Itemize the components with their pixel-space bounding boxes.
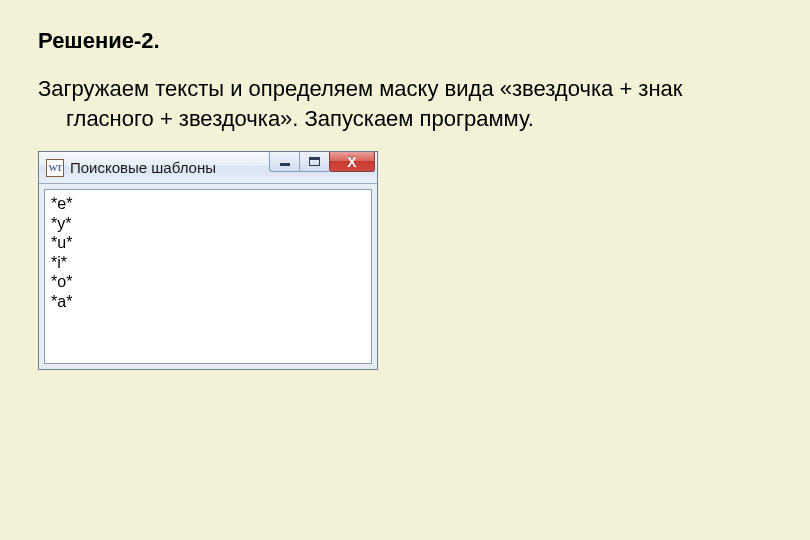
pattern-line: *a* [51, 292, 365, 312]
maximize-icon [309, 157, 320, 166]
minimize-icon [280, 163, 290, 166]
caption-buttons: X [269, 152, 377, 183]
window-titlebar[interactable]: WT Поисковые шаблоны X [39, 152, 377, 184]
maximize-button[interactable] [299, 152, 329, 172]
pattern-line: *o* [51, 272, 365, 292]
window-title: Поисковые шаблоны [70, 159, 216, 176]
description-line-2: гласного + звездочка». Запускаем програм… [38, 104, 772, 134]
pattern-line: *u* [51, 233, 365, 253]
minimize-button[interactable] [269, 152, 299, 172]
section-heading: Решение-2. [38, 28, 772, 54]
window-client-area: *e* *y* *u* *i* *o* *a* [39, 184, 377, 369]
pattern-line: *y* [51, 214, 365, 234]
app-icon: WT [46, 159, 64, 177]
pattern-line: *i* [51, 253, 365, 273]
pattern-line: *e* [51, 194, 365, 214]
search-patterns-window: WT Поисковые шаблоны X *e* *y* *u* *i* *… [38, 151, 378, 370]
description-line-1: Загружаем тексты и определяем маску вида… [38, 76, 682, 101]
section-description: Загружаем тексты и определяем маску вида… [38, 74, 772, 133]
close-icon: X [347, 154, 356, 170]
close-button[interactable]: X [329, 152, 375, 172]
patterns-textarea[interactable]: *e* *y* *u* *i* *o* *a* [44, 189, 372, 364]
